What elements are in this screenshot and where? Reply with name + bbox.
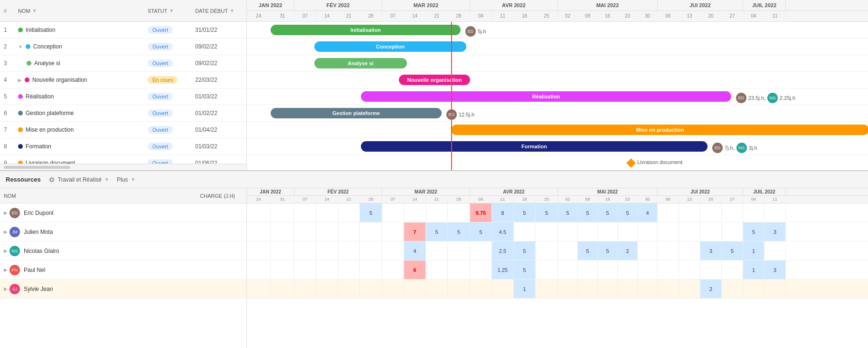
task-dot xyxy=(18,144,23,149)
gantt-label-8: ED 7j.h, NG 3j.h xyxy=(712,143,757,153)
week: 06 xyxy=(658,11,679,21)
resources-section: Ressources Travail et Réalisé ▼ Plus ▼ N… xyxy=(0,171,868,348)
col-num: # xyxy=(4,8,18,14)
week: 25 xyxy=(536,11,558,21)
task-row[interactable]: 9 Livraison document Ouvert 01/06/22 xyxy=(0,155,246,164)
week: 04 xyxy=(470,11,492,21)
date-filter-icon[interactable]: ▼ xyxy=(230,8,235,13)
gantt-bar-analyse[interactable]: Analyse si xyxy=(314,58,407,68)
task-row[interactable]: 6 Gestion plateforme Ouvert 01/02/22 xyxy=(0,105,246,122)
gantt-chart: JAN 2022 FÉV 2022 MAR 2022 AVR 2022 MAI … xyxy=(247,0,868,170)
avatar-paul: PN xyxy=(9,265,20,275)
res-col-charge: CHARGE (J.H) xyxy=(171,193,243,199)
res-month-jui: JUI 2022 xyxy=(658,188,743,195)
gantt-row-1: Initialisation ED 5j.h xyxy=(247,22,868,39)
task-row[interactable]: 5 Réalisation Ouvert 01/03/22 xyxy=(0,88,246,105)
expand-icon[interactable]: ▶ xyxy=(4,286,8,291)
resources-filter[interactable]: Travail et Réalisé ▼ xyxy=(48,176,109,183)
avatar: ED xyxy=(465,26,476,37)
task-row[interactable]: 4 ▶ Nouvelle organisation En cours 22/03… xyxy=(0,72,246,88)
week: 14 xyxy=(316,11,338,21)
month-mar: MAR 2022 xyxy=(382,0,470,10)
col-statut: STATUT ▼ xyxy=(148,8,195,14)
expand-icon[interactable]: ▶ xyxy=(4,267,8,272)
month-fev: FÉV 2022 xyxy=(294,0,382,10)
gantt-row-6: Gestion plateforme ED 12.5j.h xyxy=(247,105,868,122)
resources-title: Ressources xyxy=(6,176,41,183)
res-data-area: 5 9.75 8 5 5 5 5 5 5 4 xyxy=(247,203,868,348)
gantt-body: Initialisation ED 5j.h Conception Analys… xyxy=(247,22,868,170)
week: 11 xyxy=(764,11,786,21)
gantt-row-9: Livraison document xyxy=(247,155,868,170)
res-right-panel: JAN 2022 FÉV 2022 MAR 2022 AVR 2022 MAI … xyxy=(247,188,868,348)
plus-label: Plus xyxy=(117,176,128,183)
task-row[interactable]: 8 Formation Ouvert 01/03/22 xyxy=(0,138,246,155)
task-row[interactable]: 7 Mise en production Ouvert 01/04/22 xyxy=(0,122,246,138)
gantt-bar-nouvelle-org[interactable]: Nouvelle organisation xyxy=(399,75,470,85)
week: 18 xyxy=(514,11,536,21)
week: 21 xyxy=(338,11,360,21)
res-header: NOM CHARGE (J.H) xyxy=(0,188,246,203)
week: 07 xyxy=(294,11,316,21)
task-dot xyxy=(18,127,23,132)
gantt-row-8: Formation ED 7j.h, NG 3j.h xyxy=(247,138,868,155)
scroll-bar[interactable] xyxy=(0,164,246,170)
res-data-paul: 6 1.25 5 xyxy=(247,261,868,280)
month-jui: JUI 2022 xyxy=(658,0,743,10)
gantt-bar-initialisation[interactable]: Initialisation xyxy=(271,25,461,35)
avatar: NG xyxy=(736,143,747,153)
statut-filter-icon[interactable]: ▼ xyxy=(169,8,174,13)
res-row-sylvie[interactable]: ▶ SJ Sylvie Jean xyxy=(0,280,246,299)
week: 28 xyxy=(360,11,382,21)
res-row-nicolas[interactable]: ▶ NG Nicolas Glairo xyxy=(0,242,246,261)
gantt-months: JAN 2022 FÉV 2022 MAR 2022 AVR 2022 MAI … xyxy=(247,0,868,11)
month-jan: JAN 2022 xyxy=(247,0,294,10)
task-dot xyxy=(26,44,30,49)
task-row[interactable]: 3 Analyse si Ouvert 09/02/22 xyxy=(0,55,246,72)
week: 27 xyxy=(722,11,743,21)
expand-icon[interactable]: ▶ xyxy=(18,77,22,83)
scroll-thumb[interactable] xyxy=(4,166,70,169)
plus-button[interactable]: Plus ▼ xyxy=(117,176,135,183)
task-rows: 1 Initialisation Ouvert 31/01/22 2 ▼ Con… xyxy=(0,22,246,164)
avatar: ED xyxy=(736,93,746,103)
res-name: JM Julien Mota xyxy=(9,227,243,237)
res-row-paul[interactable]: ▶ PN Paul Nel xyxy=(0,261,246,280)
week: 24 xyxy=(247,11,271,21)
expand-icon[interactable]: ▶ xyxy=(4,229,8,234)
res-row-julien[interactable]: ▶ JM Julien Mota xyxy=(0,222,246,242)
expand-icon[interactable]: ▼ xyxy=(18,44,23,49)
gantt-bar-realisation[interactable]: Réalisation xyxy=(361,91,731,102)
task-dot xyxy=(18,28,23,32)
gantt-row-2: Conception xyxy=(247,39,868,55)
expand-icon[interactable]: ▶ xyxy=(4,210,8,215)
avatar-eric: ED xyxy=(9,208,20,218)
task-row[interactable]: 2 ▼ Conception Ouvert 09/02/22 xyxy=(0,39,246,55)
res-months: JAN 2022 FÉV 2022 MAR 2022 AVR 2022 MAI … xyxy=(247,188,868,196)
gantt-diamond-livraison xyxy=(626,158,636,168)
res-name: PN Paul Nel xyxy=(9,265,243,275)
gantt-row-3: Analyse si xyxy=(247,55,868,72)
task-panel: # NOM ▼ STATUT ▼ DATE DÉBUT ▼ 1 xyxy=(0,0,247,170)
week: 21 xyxy=(426,11,448,21)
nom-filter-icon[interactable]: ▼ xyxy=(32,8,37,13)
task-dot xyxy=(18,94,23,99)
month-juil: JUIL 2022 xyxy=(743,0,786,10)
gantt-bar-formation[interactable]: Formation xyxy=(361,141,708,152)
gantt-row-5: Réalisation ED 23.5j.h, NG 2.25j.h xyxy=(247,88,868,105)
gantt-bar-mise-en-prod[interactable]: Mise en production xyxy=(451,125,868,135)
task-dot xyxy=(25,77,29,82)
res-data-sylvie: 1 2 xyxy=(247,280,868,299)
month-mai: MAI 2022 xyxy=(558,0,658,10)
week: 28 xyxy=(448,11,470,21)
gantt-bar-conception[interactable]: Conception xyxy=(314,41,466,52)
resources-body: NOM CHARGE (J.H) ▶ ED Eric Dupont ▶ JM xyxy=(0,188,868,348)
week: 11 xyxy=(492,11,514,21)
gantt-bar-gestion[interactable]: Gestion plateforme xyxy=(271,108,442,118)
task-row[interactable]: 1 Initialisation Ouvert 31/01/22 xyxy=(0,22,246,39)
expand-icon[interactable]: ▶ xyxy=(4,248,8,253)
res-month-avr: AVR 2022 xyxy=(470,188,558,195)
res-row-eric[interactable]: ▶ ED Eric Dupont xyxy=(0,203,246,222)
week: 16 xyxy=(598,11,618,21)
res-month-jan: JAN 2022 xyxy=(247,188,294,195)
